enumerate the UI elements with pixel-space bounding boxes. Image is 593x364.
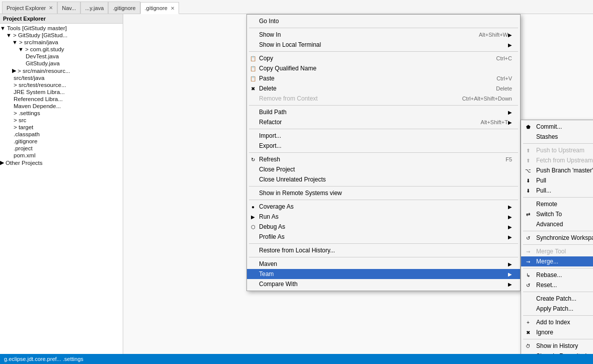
content-area: Go IntoShow InAlt+Shift+W▶Show in Local … [123,14,593,364]
context-menu-item[interactable]: ↻RefreshF5 [247,154,520,164]
context-menu-item[interactable]: ▶Run As▶ [247,212,520,222]
menu-item-label: Copy Qualified Name [259,65,512,72]
project-explorer-sidebar: Project Explorer ▼Tools [GitStudy master… [0,14,123,364]
menu-item-label: Restore from Local History... [259,247,512,254]
submenu-item[interactable]: ⏱Show in History [521,341,593,351]
submenu-item[interactable]: Remote▶ [521,199,593,209]
submenu-item[interactable]: ⬟Commit...Ctrl+# [521,122,593,132]
sidebar-tree-item[interactable]: src/test/java [0,74,123,81]
context-menu-item[interactable]: Maven▶ [247,259,520,269]
sidebar-title: Project Explorer [3,16,46,22]
run-icon: ▶ [249,213,257,221]
context-menu-item[interactable]: 📋Copy Qualified Name [247,63,520,73]
tree-expand-icon: ▶ [0,159,4,166]
sidebar-tree-item[interactable]: > target [0,124,123,131]
context-menu-item[interactable]: ●Coverage As▶ [247,202,520,212]
context-menu-item[interactable]: Go Into [247,16,520,26]
menu-item-shortcut: Delete [496,85,512,92]
sidebar-tree-item[interactable]: Maven Depende... [0,103,123,110]
submenu-item[interactable]: ⬇Pull... [521,186,593,196]
sidebar-tree-item[interactable]: ▶> src/main/resourc... [0,67,123,74]
context-menu-item[interactable]: RefactorAlt+Shift+T▶ [247,117,520,127]
menu-item-label: Show in Local Terminal [259,41,508,48]
submenu-item[interactable]: ⇄Switch To▶ [521,209,593,219]
submenu-item-label: Merge Tool [536,248,593,255]
sidebar-tree-item[interactable]: Referenced Libra... [0,96,123,103]
tab-nav[interactable]: Nav... [57,2,80,14]
sidebar-tree-item[interactable]: pom.xml [0,152,123,159]
sidebar-tree-item[interactable]: > src [0,117,123,124]
sidebar-tree-item[interactable]: ▼> src/main/java [0,39,123,46]
submenu-item-label: Pull [536,177,593,184]
sidebar-tree-item[interactable]: ▶Other Projects [0,159,123,166]
sidebar-tree-item[interactable]: ▼> com.git.study [0,46,123,53]
submenu-item[interactable]: ↺Synchronize Workspace [521,233,593,243]
main-area: Project Explorer ▼Tools [GitStudy master… [0,14,593,364]
sidebar-tree-item[interactable]: ▼Tools [GitStudy master] [0,25,123,32]
menu-item-shortcut: Alt+Shift+W [479,32,508,38]
menu-item-label: Profile As [259,233,508,240]
context-menu-item[interactable]: Restore from Local History... [247,245,520,255]
submenu-separator [523,339,593,339]
sidebar-tree-item[interactable]: .gitignore [0,138,123,145]
debug-icon: ⬡ [249,223,257,231]
submenu-separator [523,197,593,198]
tree-item-label: GitStudy.java [26,60,60,66]
submenu-item[interactable]: Apply Patch... [521,304,593,314]
sidebar-tree-item[interactable]: .project [0,145,123,152]
context-menu-item[interactable]: Compare With▶ [247,279,520,289]
submenu-item[interactable]: Create Patch... [521,294,593,304]
context-menu-item[interactable]: Show in Local Terminal▶ [247,40,520,50]
submenu-item[interactable]: Stashes▶ [521,132,593,142]
submenu-item-label: Show in History [536,342,593,349]
context-menu-item[interactable]: Profile As▶ [247,232,520,242]
submenu-item-label: Add to Index [536,319,593,326]
sidebar-tree-item[interactable]: ▼> GitStudy [GitStud... [0,32,123,39]
submenu-arrow-icon: ▶ [508,234,512,240]
submenu-item[interactable]: ↳Rebase... [521,270,593,280]
sidebar-tree-item[interactable]: GitStudy.java [0,60,123,67]
context-menu-item[interactable]: Close Unrelated Projects [247,174,520,185]
context-menu-item[interactable]: Show in Remote Systems view [247,188,520,198]
tab-close-icon[interactable]: ✕ [171,6,175,11]
submenu-item[interactable]: Advanced▶ [521,219,593,229]
sidebar-content: ▼Tools [GitStudy master]▼> GitStudy [Git… [0,24,123,361]
context-menu-item[interactable]: Export... [247,141,520,151]
submenu-item: ⬆Push to Upstream [521,145,593,155]
context-menu-item[interactable]: 📋CopyCtrl+C [247,53,520,63]
context-menu-item[interactable]: ⬡Debug As▶ [247,222,520,232]
submenu-item[interactable]: +Add to Index [521,317,593,327]
menu-separator [249,105,518,106]
submenu-item[interactable]: ⇝Merge... [521,256,593,266]
sidebar-tree-item[interactable]: .classpath [0,131,123,138]
menu-item-label: Close Project [259,166,512,173]
submenu-item[interactable]: ⬇Pull [521,175,593,186]
context-menu-item[interactable]: 📋PasteCtrl+V [247,73,520,83]
tab-close-icon[interactable]: ✕ [49,5,53,11]
menu-item-label: Refactor [259,119,461,126]
sidebar-tree-item[interactable]: > .settings [0,110,123,117]
submenu-item[interactable]: ↺Reset... [521,280,593,290]
submenu-item[interactable]: ⌥Push Branch 'master'... [521,165,593,175]
submenu-item: ⬆Fetch from Upstream [521,155,593,165]
add-icon: + [524,318,532,326]
copy-icon: 📋 [249,64,257,72]
sidebar-tree-item[interactable]: > src/test/resource... [0,81,123,88]
context-menu-item[interactable]: ✖DeleteDelete [247,83,520,94]
context-menu-item[interactable]: Close Project [247,164,520,174]
context-menu-item[interactable]: Build Path▶ [247,107,520,117]
sidebar-tree-item[interactable]: DevTest.java [0,53,123,60]
context-menu-item[interactable]: Import... [247,131,520,141]
menu-item-shortcut: Ctrl+Alt+Shift+Down [462,96,512,102]
tab-gitignore1[interactable]: .gitignore [108,2,140,14]
tab-project-explorer[interactable]: Project Explorer ✕ [2,2,57,14]
submenu-item[interactable]: ✖Ignore [521,327,593,337]
tab-gitignore2[interactable]: .gitignore ✕ [140,2,179,14]
tab-yjava[interactable]: ...y.java [80,2,108,14]
context-menu-item[interactable]: Team▶ [247,269,520,279]
menu-separator [249,200,518,200]
sidebar-tree-item[interactable]: JRE System Libra... [0,88,123,96]
tree-item-label: .project [14,145,33,151]
menu-separator [249,28,518,28]
context-menu-item[interactable]: Show InAlt+Shift+W▶ [247,30,520,40]
